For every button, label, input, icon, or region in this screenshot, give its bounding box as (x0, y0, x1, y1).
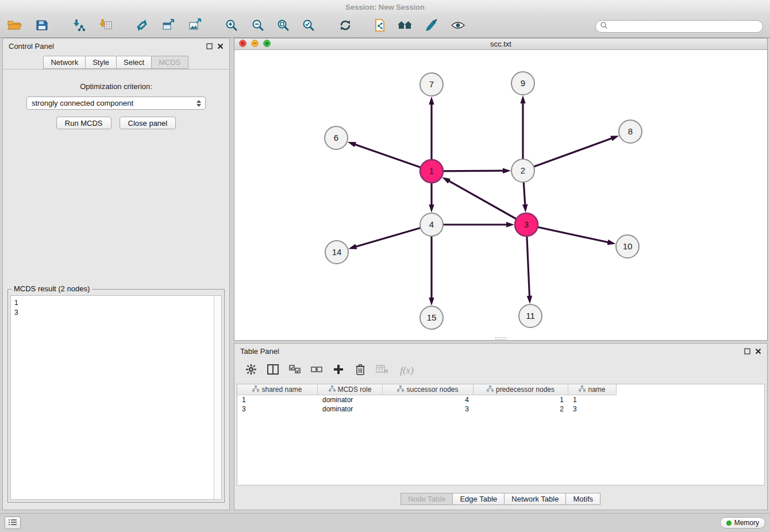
graph-edge-3-1[interactable] (448, 180, 526, 225)
zoom-fit-button[interactable] (274, 17, 293, 36)
global-search-field[interactable] (595, 20, 763, 33)
graph-node-4[interactable]: 4 (420, 213, 443, 236)
graph-node-2[interactable]: 2 (511, 159, 534, 182)
export-image-button[interactable] (185, 17, 205, 36)
close-panel-button[interactable]: Close panel (120, 117, 176, 129)
status-bar: Memory (0, 513, 770, 532)
table-cell: 3 (237, 404, 318, 414)
function-builder-button[interactable]: f(x) (395, 363, 418, 379)
column-header-mcds-role[interactable]: MCDS role (318, 384, 383, 395)
network-canvas[interactable]: 7968124310141511 (234, 50, 767, 340)
delete-column-button[interactable] (352, 363, 369, 379)
float-table-panel-icon[interactable] (744, 348, 750, 354)
graph-node-11[interactable]: 11 (519, 304, 542, 327)
graph-node-15[interactable]: 15 (420, 306, 443, 329)
svg-text:9: 9 (521, 78, 525, 88)
columns-icon (267, 364, 279, 377)
tab-select[interactable]: Select (116, 56, 152, 69)
tab-motifs[interactable]: Motifs (565, 493, 600, 505)
table-cell: dominator (318, 395, 383, 404)
graph-node-9[interactable]: 9 (511, 72, 534, 95)
table-cell: 3 (568, 404, 617, 414)
task-history-button[interactable] (5, 516, 21, 529)
import-table-button[interactable] (97, 17, 116, 36)
svg-text:1: 1 (429, 166, 434, 176)
network-window-titlebar[interactable]: scc.txt (234, 38, 767, 50)
zoom-out-icon (251, 18, 265, 34)
result-scrollbar[interactable] (214, 296, 221, 499)
column-type-icon (397, 385, 404, 394)
table-cell: 1 (473, 395, 568, 404)
tab-edge-table[interactable]: Edge Table (452, 493, 505, 505)
save-session-button[interactable] (32, 17, 52, 36)
open-session-button[interactable] (5, 17, 24, 36)
export-network-button[interactable] (370, 17, 390, 36)
dropdown-stepper-icon (197, 100, 201, 107)
graph-node-1[interactable]: 1 (420, 160, 443, 183)
toggle-visibility-button[interactable] (448, 17, 468, 36)
graph-node-14[interactable]: 14 (325, 241, 348, 264)
column-header-shared-name[interactable]: shared name (237, 384, 318, 395)
tab-node-table[interactable]: Node Table (401, 493, 453, 505)
open-folder-icon (6, 19, 22, 34)
delete-table-button[interactable] (374, 363, 391, 379)
app-titlebar: Session: New Session (0, 0, 770, 15)
select-all-rows-button[interactable] (286, 363, 303, 379)
svg-text:3: 3 (524, 219, 529, 229)
graph-edge-1-6[interactable] (354, 144, 432, 171)
deselect-all-rows-button[interactable] (308, 363, 325, 379)
graph-node-8[interactable]: 8 (619, 120, 642, 143)
table-row[interactable]: 3dominator323 (237, 404, 764, 414)
graph-node-7[interactable]: 7 (420, 73, 443, 96)
column-header-successor-nodes[interactable]: successor nodes (383, 384, 473, 395)
graph-node-6[interactable]: 6 (325, 126, 348, 149)
swap-network-button[interactable] (132, 17, 152, 36)
search-input[interactable] (608, 21, 763, 32)
import-network-button[interactable] (69, 17, 88, 36)
plus-icon (333, 364, 344, 377)
graph-edge-2-8[interactable] (523, 138, 613, 171)
tab-network[interactable]: Network (43, 56, 86, 69)
graph-node-10[interactable]: 10 (616, 235, 639, 258)
table-settings-button[interactable] (242, 363, 260, 379)
close-panel-icon[interactable] (217, 43, 224, 49)
save-floppy-icon (35, 18, 49, 34)
app-title: Session: New Session (345, 3, 425, 11)
main-toolbar (0, 15, 770, 38)
export-document-icon (373, 18, 387, 34)
close-table-panel-icon[interactable] (755, 348, 761, 354)
control-panel-tabs: NetworkStyleSelectMCDS (3, 53, 229, 70)
zoom-selected-button[interactable] (299, 17, 318, 36)
criterion-dropdown-value: strongly connected component (32, 99, 133, 107)
criterion-dropdown[interactable]: strongly connected component (26, 97, 206, 110)
panel-resize-grip[interactable] (495, 337, 507, 340)
tab-style[interactable]: Style (85, 56, 117, 69)
column-header-name[interactable]: name (568, 384, 617, 395)
column-type-icon (329, 385, 336, 394)
table-cell: 2 (473, 404, 568, 414)
zoom-out-button[interactable] (248, 17, 268, 36)
create-column-button[interactable] (330, 363, 347, 379)
show-columns-button[interactable] (264, 363, 282, 379)
export-image-icon (188, 18, 202, 34)
svg-text:14: 14 (332, 247, 342, 257)
graph-node-3[interactable]: 3 (515, 213, 538, 236)
home-icon (397, 19, 413, 34)
zoom-in-button[interactable] (222, 17, 241, 36)
table-row[interactable]: 1dominator411 (237, 395, 764, 404)
memory-button[interactable]: Memory (720, 517, 765, 529)
memory-label: Memory (734, 519, 759, 527)
apply-style-button[interactable] (422, 17, 441, 36)
unchecked-boxes-icon (311, 365, 322, 376)
tab-mcds[interactable]: MCDS (151, 56, 188, 69)
new-network-window-button[interactable] (159, 17, 178, 36)
table-toolbar: f(x) (234, 358, 767, 383)
home-views-button[interactable] (395, 17, 415, 36)
tab-network-table[interactable]: Network Table (504, 493, 566, 505)
graph-edge-3-10[interactable] (526, 225, 609, 242)
refresh-layout-button[interactable] (336, 17, 355, 36)
float-panel-icon[interactable] (206, 43, 213, 49)
run-mcds-button[interactable]: Run MCDS (56, 117, 111, 129)
svg-text:8: 8 (628, 126, 633, 136)
column-header-predecessor-nodes[interactable]: predecessor nodes (473, 384, 568, 395)
